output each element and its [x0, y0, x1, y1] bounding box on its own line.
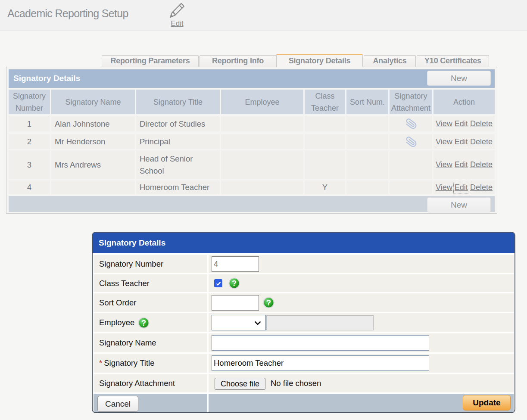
svg-text:?: ? — [266, 299, 271, 307]
svg-text:?: ? — [232, 279, 237, 288]
svg-text:?: ? — [141, 318, 146, 327]
